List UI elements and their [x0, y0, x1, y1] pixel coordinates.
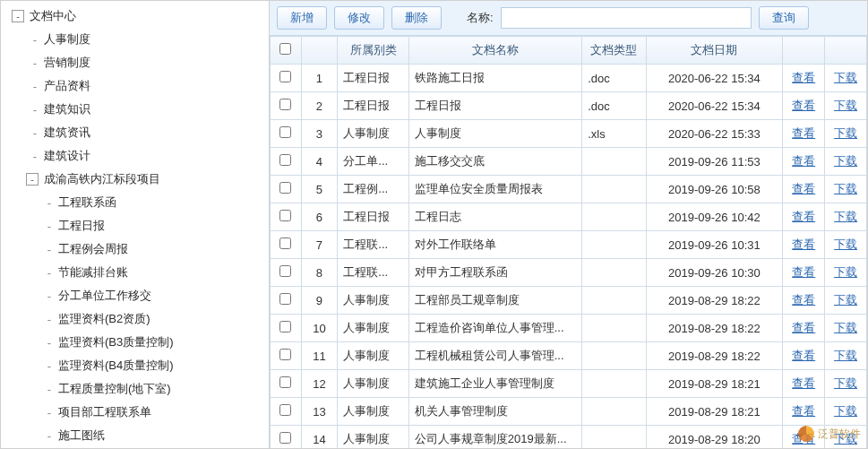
- edit-button[interactable]: 修改: [334, 6, 384, 30]
- cell-docname: 公司人事规章制度2019最新...: [408, 426, 581, 449]
- download-link[interactable]: 下载: [834, 376, 857, 390]
- view-link[interactable]: 查看: [792, 237, 815, 251]
- row-checkbox[interactable]: [279, 237, 291, 249]
- cell-docdate: 2020-06-22 15:34: [646, 92, 783, 120]
- download-link[interactable]: 下载: [834, 404, 857, 418]
- cell-doctype: [582, 203, 646, 231]
- download-link[interactable]: 下载: [834, 265, 857, 279]
- download-link[interactable]: 下载: [834, 99, 857, 112]
- download-link[interactable]: 下载: [834, 237, 857, 251]
- download-link[interactable]: 下载: [834, 293, 857, 307]
- row-checkbox[interactable]: [279, 404, 291, 416]
- view-link[interactable]: 查看: [792, 265, 815, 279]
- row-checkbox[interactable]: [279, 182, 291, 194]
- name-input[interactable]: [501, 7, 752, 29]
- row-checkbox[interactable]: [279, 265, 291, 277]
- sidebar-item-label: 产品资料: [42, 77, 92, 95]
- download-link[interactable]: 下载: [834, 321, 857, 334]
- collapse-icon[interactable]: -: [26, 173, 39, 186]
- sidebar-item[interactable]: -施工图纸: [1, 424, 269, 447]
- sidebar-item[interactable]: -建筑资讯: [1, 121, 269, 144]
- download-link[interactable]: 下载: [834, 126, 857, 140]
- sidebar-item[interactable]: -分工单位工作移交: [1, 284, 269, 307]
- cell-index: 1: [301, 65, 338, 92]
- cell-docdate: 2019-09-26 10:30: [646, 259, 783, 287]
- cell-docdate: 2019-09-26 10:31: [646, 231, 783, 259]
- download-link[interactable]: 下载: [834, 210, 857, 223]
- sidebar-item[interactable]: -工程例会周报: [1, 237, 269, 261]
- delete-button[interactable]: 删除: [391, 6, 442, 30]
- table-row: 11人事制度工程机械租赁公司人事管理...2019-08-29 18:22查看下…: [271, 342, 867, 370]
- sidebar-item[interactable]: -项目部工程联系单: [1, 401, 269, 424]
- row-checkbox[interactable]: [279, 349, 291, 360]
- sidebar-item-label: 监理资料(B2资质): [56, 310, 152, 328]
- view-link[interactable]: 查看: [792, 293, 815, 307]
- row-checkbox[interactable]: [279, 154, 291, 166]
- collapse-icon[interactable]: -: [12, 10, 24, 22]
- view-link[interactable]: 查看: [792, 321, 815, 334]
- cell-category: 人事制度: [338, 287, 408, 315]
- cell-docname: 人事制度: [408, 120, 581, 148]
- view-link[interactable]: 查看: [792, 99, 815, 112]
- cell-index: 8: [301, 259, 338, 287]
- leaf-icon: -: [44, 243, 55, 256]
- add-button[interactable]: 新增: [277, 6, 327, 30]
- col-docname[interactable]: 文档名称: [408, 37, 581, 65]
- sidebar-item[interactable]: -节能减排台账: [1, 261, 269, 284]
- row-checkbox[interactable]: [279, 126, 291, 138]
- cell-docdate: 2019-09-26 10:58: [646, 176, 783, 203]
- row-checkbox[interactable]: [279, 321, 291, 332]
- sidebar-item[interactable]: -建筑知识: [1, 98, 269, 121]
- sidebar-item[interactable]: -工程质量控制(地下室): [1, 377, 269, 401]
- row-checkbox[interactable]: [279, 210, 291, 221]
- col-category[interactable]: 所属别类: [338, 37, 408, 65]
- sidebar-item[interactable]: -工程日报: [1, 214, 269, 237]
- download-link[interactable]: 下载: [834, 154, 857, 168]
- cell-doctype: [582, 315, 646, 342]
- download-link[interactable]: 下载: [834, 182, 857, 195]
- cell-doctype: .doc: [582, 65, 646, 92]
- sidebar-item[interactable]: -监理资料(B4质量控制): [1, 354, 269, 377]
- download-link[interactable]: 下载: [834, 432, 857, 445]
- sidebar-item-label: 工程质量控制(地下室): [56, 380, 173, 398]
- tree-root[interactable]: - 文档中心: [1, 4, 269, 28]
- search-button[interactable]: 查询: [759, 6, 809, 30]
- table-row: 10人事制度工程造价咨询单位人事管理...2019-08-29 18:22查看下…: [271, 315, 867, 342]
- sidebar-item[interactable]: -人事制度: [1, 28, 269, 51]
- row-checkbox[interactable]: [279, 432, 291, 444]
- download-link[interactable]: 下载: [834, 71, 857, 84]
- view-link[interactable]: 查看: [792, 154, 815, 168]
- leaf-icon: -: [30, 126, 40, 140]
- cell-docdate: 2019-08-29 18:22: [646, 342, 783, 370]
- sidebar-item[interactable]: -监理资料(B3质量控制): [1, 331, 269, 354]
- sidebar-item-label: 营销制度: [42, 54, 92, 72]
- view-link[interactable]: 查看: [792, 432, 815, 445]
- sidebar-item[interactable]: -监理资料(B2资质): [1, 307, 269, 331]
- cell-doctype: [582, 426, 646, 449]
- sidebar-item[interactable]: -营销制度: [1, 51, 269, 74]
- row-checkbox[interactable]: [279, 293, 291, 305]
- select-all-checkbox[interactable]: [279, 43, 291, 55]
- sidebar-item[interactable]: -工程联系函: [1, 191, 269, 214]
- row-checkbox[interactable]: [279, 71, 291, 82]
- col-docdate[interactable]: 文档日期: [646, 37, 783, 65]
- row-checkbox[interactable]: [279, 99, 291, 110]
- view-link[interactable]: 查看: [792, 71, 815, 84]
- row-checkbox[interactable]: [279, 376, 291, 388]
- view-link[interactable]: 查看: [792, 210, 815, 223]
- sidebar-item-label: 建筑知识: [42, 100, 92, 118]
- view-link[interactable]: 查看: [792, 404, 815, 418]
- view-link[interactable]: 查看: [792, 182, 815, 195]
- col-doctype[interactable]: 文档类型: [582, 37, 646, 65]
- sidebar-item-label: 节能减排台账: [56, 263, 130, 281]
- cell-docname: 工程日报: [408, 92, 581, 120]
- download-link[interactable]: 下载: [834, 349, 857, 362]
- view-link[interactable]: 查看: [792, 126, 815, 140]
- table-row: 13人事制度机关人事管理制度2019-08-29 18:21查看下载: [271, 398, 867, 426]
- col-download: [825, 37, 867, 65]
- sidebar-item[interactable]: -建筑设计: [1, 144, 269, 168]
- sidebar-item[interactable]: -产品资料: [1, 74, 269, 98]
- tree-project[interactable]: - 成渝高铁内江标段项目: [1, 168, 269, 191]
- view-link[interactable]: 查看: [792, 349, 815, 362]
- view-link[interactable]: 查看: [792, 376, 815, 390]
